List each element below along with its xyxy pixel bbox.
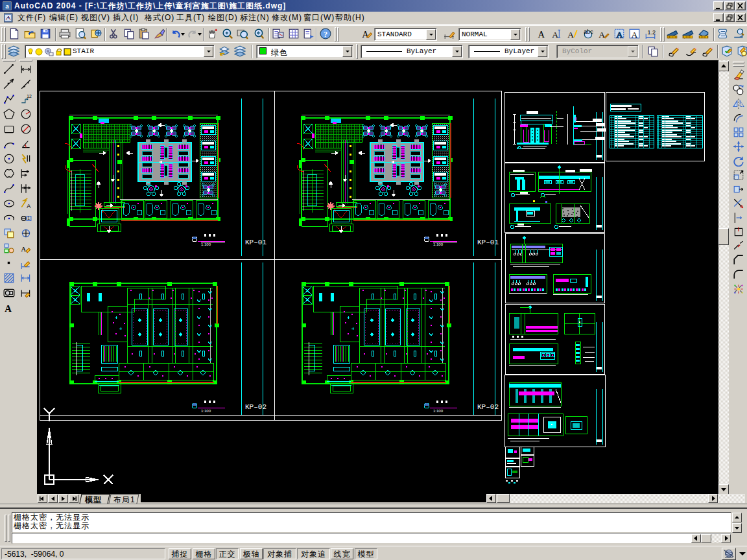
- svg-text:A: A: [617, 30, 623, 40]
- svg-text:abc: abc: [584, 29, 593, 35]
- svg-text:KP–01: KP–01: [245, 239, 267, 246]
- svg-text:A: A: [567, 30, 574, 40]
- svg-text:A: A: [5, 303, 12, 314]
- svg-text:12: 12: [27, 94, 32, 99]
- svg-text:1:100: 1:100: [201, 242, 211, 246]
- svg-text:A: A: [631, 30, 637, 40]
- svg-text:?: ?: [324, 30, 327, 39]
- svg-text:A: A: [538, 29, 545, 40]
- svg-text:KP–02: KP–02: [245, 403, 267, 411]
- svg-text:A: A: [27, 203, 30, 209]
- svg-text:1:100: 1:100: [201, 409, 211, 413]
- svg-text:a: a: [5, 2, 9, 10]
- svg-text:A: A: [552, 30, 558, 40]
- svg-text:A: A: [599, 30, 605, 40]
- svg-text:1: 1: [27, 216, 30, 220]
- svg-text:1.2: 1.2: [648, 29, 656, 36]
- svg-text:KP–01: KP–01: [477, 239, 499, 246]
- svg-text:KP–02: KP–02: [477, 403, 499, 411]
